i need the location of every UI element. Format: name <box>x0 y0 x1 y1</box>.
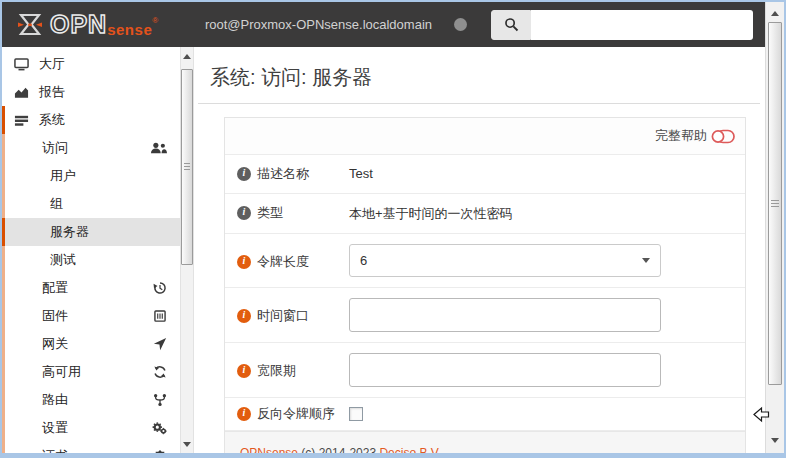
sidebar-item-label: 组 <box>50 195 63 213</box>
firmware-icon <box>153 309 167 323</box>
sidebar-item-label: 用户 <box>50 167 76 185</box>
info-icon[interactable]: i <box>237 167 251 181</box>
scroll-up-arrow[interactable] <box>181 49 193 63</box>
sidebar-item-label: 系统 <box>39 111 65 129</box>
toggle-off-icon <box>711 129 735 144</box>
browser-window: OPN sense ® root@Proxmox-OPNsense.locald… <box>2 2 784 453</box>
info-icon[interactable]: i <box>237 364 251 378</box>
field-label: 令牌长度 <box>257 253 309 271</box>
main-content: 系统: 访问: 服务器 完整帮助 i 描述名称 <box>194 47 765 453</box>
info-icon[interactable]: i <box>237 407 251 421</box>
window-scrollbar[interactable] <box>765 2 784 453</box>
form-row-token-length: i 令牌长度 6 <box>225 234 745 288</box>
sidebar-item-gateways[interactable]: 网关 <box>2 330 180 358</box>
field-label: 反向令牌顺序 <box>257 405 335 423</box>
sidebar-scrollbar[interactable] <box>180 47 194 453</box>
form-row-description: i 描述名称 Test <box>225 155 745 194</box>
scrollbar-thumb[interactable] <box>181 69 193 265</box>
hostname-label: root@Proxmox-OPNsense.localdomain <box>205 17 432 32</box>
hourglass-logo-icon <box>16 11 44 39</box>
sidebar-item-lobby[interactable]: 大厅 <box>2 50 180 78</box>
sidebar-item-label: 设置 <box>42 419 68 437</box>
reverse-token-order-checkbox[interactable] <box>349 407 363 421</box>
brand-sense: sense <box>107 22 152 37</box>
sidebar-item-system[interactable]: 系统 <box>2 106 180 134</box>
sidebar-item-label: 高可用 <box>42 363 81 381</box>
form-panel: 完整帮助 i 描述名称 Test <box>224 117 746 453</box>
sidebar-item-label: 网关 <box>42 335 68 353</box>
copyright-footer: OPNsense (c) 2014-2023 Deciso B.V. <box>225 431 745 453</box>
field-value: 本地+基于时间的一次性密码 <box>349 204 513 223</box>
certificate-icon <box>153 449 167 453</box>
sidebar-nav: 大厅 报告 系统 访问 <box>2 47 180 453</box>
form-row-reverse-token: i 反向令牌顺序 <box>225 398 745 431</box>
search-input[interactable] <box>531 10 753 40</box>
sidebar-item-label: 配置 <box>42 279 68 297</box>
info-icon[interactable]: i <box>237 255 251 269</box>
field-label: 宽限期 <box>257 362 296 380</box>
chevron-down-icon <box>642 258 650 263</box>
opnsense-link[interactable]: OPNsense <box>240 446 298 453</box>
form-row-type: i 类型 本地+基于时间的一次性密码 <box>225 194 745 234</box>
routes-icon <box>153 393 167 407</box>
info-icon[interactable]: i <box>237 309 251 323</box>
full-help-label: 完整帮助 <box>655 127 707 145</box>
search-button[interactable] <box>491 10 531 40</box>
title-divider <box>198 103 760 104</box>
brand-opn: OPN <box>50 12 107 37</box>
top-header: OPN sense ® root@Proxmox-OPNsense.locald… <box>2 2 765 47</box>
system-icon <box>13 113 29 128</box>
time-window-input[interactable] <box>349 298 661 332</box>
sidebar-item-label: 报告 <box>39 83 65 101</box>
sidebar-item-groups[interactable]: 组 <box>2 190 180 218</box>
opnsense-logo[interactable]: OPN sense ® <box>16 11 158 39</box>
sidebar-item-users[interactable]: 用户 <box>2 162 180 190</box>
status-dot <box>454 18 467 31</box>
scroll-down-arrow[interactable] <box>766 433 784 447</box>
deciso-link[interactable]: Deciso B.V. <box>379 446 441 453</box>
sidebar-item-reporting[interactable]: 报告 <box>2 78 180 106</box>
sidebar-item-label: 证书 <box>42 447 68 453</box>
search-box <box>491 10 753 40</box>
sidebar-item-routes[interactable]: 路由 <box>2 386 180 414</box>
registered-mark: ® <box>152 16 158 25</box>
lobby-icon <box>13 57 29 72</box>
scroll-down-arrow[interactable] <box>181 437 193 451</box>
field-value: Test <box>349 165 373 181</box>
sidebar-item-tester[interactable]: 测试 <box>2 246 180 274</box>
field-label: 类型 <box>257 204 283 222</box>
selected-value: 6 <box>360 253 642 268</box>
sidebar-item-label: 服务器 <box>50 223 89 241</box>
reporting-icon <box>13 85 29 100</box>
sidebar-item-label: 测试 <box>50 251 76 269</box>
scroll-up-arrow[interactable] <box>766 6 784 20</box>
sidebar-item-label: 访问 <box>42 139 68 157</box>
sidebar-item-trust[interactable]: 证书 <box>2 442 180 453</box>
search-icon <box>504 17 519 32</box>
sidebar-item-high-availability[interactable]: 高可用 <box>2 358 180 386</box>
sidebar-item-access[interactable]: 访问 <box>2 134 180 162</box>
sidebar-item-settings[interactable]: 设置 <box>2 414 180 442</box>
form-row-time-window: i 时间窗口 <box>225 288 745 343</box>
sidebar-item-firmware[interactable]: 固件 <box>2 302 180 330</box>
mouse-cursor <box>753 405 770 423</box>
scrollbar-thumb[interactable] <box>768 22 782 385</box>
users-icon <box>150 141 167 155</box>
copyright-text: (c) 2014-2023 <box>298 446 379 453</box>
field-label: 描述名称 <box>257 165 309 183</box>
field-label: 时间窗口 <box>257 307 309 325</box>
sidebar-item-label: 大厅 <box>39 55 65 73</box>
full-help-toggle[interactable]: 完整帮助 <box>225 118 745 155</box>
page-title: 系统: 访问: 服务器 <box>194 47 765 91</box>
sidebar-item-configuration[interactable]: 配置 <box>2 274 180 302</box>
token-length-select[interactable]: 6 <box>349 244 661 277</box>
sidebar-item-servers[interactable]: 服务器 <box>2 218 180 246</box>
history-icon <box>153 281 167 295</box>
refresh-icon <box>153 365 167 379</box>
info-icon[interactable]: i <box>237 206 251 220</box>
form-row-grace-period: i 宽限期 <box>225 343 745 398</box>
gears-icon <box>152 421 167 435</box>
grace-period-input[interactable] <box>349 353 661 387</box>
sidebar-item-label: 路由 <box>42 391 68 409</box>
sidebar-item-label: 固件 <box>42 307 68 325</box>
